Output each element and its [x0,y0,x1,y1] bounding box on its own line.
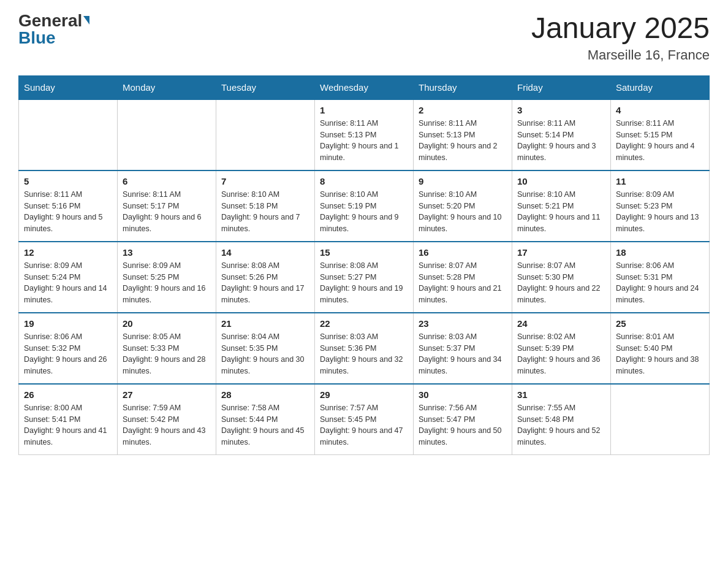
day-number: 22 [320,318,408,329]
day-number: 3 [517,105,605,115]
calendar-day-cell: 18Sunrise: 8:06 AMSunset: 5:31 PMDayligh… [611,242,710,313]
calendar-header-row: SundayMondayTuesdayWednesdayThursdayFrid… [19,75,710,99]
calendar-week-row: 5Sunrise: 8:11 AMSunset: 5:16 PMDaylight… [19,170,710,242]
day-info: Sunrise: 7:57 AMSunset: 5:45 PMDaylight:… [320,402,408,448]
day-info: Sunrise: 7:56 AMSunset: 5:47 PMDaylight:… [419,402,507,448]
logo: General Blue [18,12,89,47]
day-info: Sunrise: 8:02 AMSunset: 5:39 PMDaylight:… [517,331,605,377]
calendar-table: SundayMondayTuesdayWednesdayThursdayFrid… [18,75,710,455]
day-info: Sunrise: 8:05 AMSunset: 5:33 PMDaylight:… [123,331,211,377]
day-number: 12 [24,247,112,258]
calendar-day-cell [118,99,216,170]
day-of-week-header: Sunday [19,75,118,99]
logo-arrow-icon [83,16,89,25]
day-number: 18 [616,247,704,258]
calendar-day-cell: 26Sunrise: 8:00 AMSunset: 5:41 PMDayligh… [19,384,118,455]
day-info: Sunrise: 8:11 AMSunset: 5:14 PMDaylight:… [517,118,605,164]
day-number: 30 [419,389,507,400]
day-info: Sunrise: 8:01 AMSunset: 5:40 PMDaylight:… [616,331,704,377]
day-info: Sunrise: 8:00 AMSunset: 5:41 PMDaylight:… [24,402,112,448]
day-number: 29 [320,389,408,400]
calendar-day-cell: 22Sunrise: 8:03 AMSunset: 5:36 PMDayligh… [315,313,414,384]
calendar-day-cell: 12Sunrise: 8:09 AMSunset: 5:24 PMDayligh… [19,242,118,313]
day-info: Sunrise: 8:11 AMSunset: 5:13 PMDaylight:… [320,118,408,164]
day-number: 7 [221,176,309,186]
day-number: 8 [320,176,408,186]
day-info: Sunrise: 8:11 AMSunset: 5:15 PMDaylight:… [616,118,704,164]
calendar-day-cell: 31Sunrise: 7:55 AMSunset: 5:48 PMDayligh… [512,384,611,455]
day-of-week-header: Thursday [414,75,512,99]
logo-general-text: General [18,12,89,29]
day-info: Sunrise: 8:09 AMSunset: 5:23 PMDaylight:… [616,189,704,235]
calendar-day-cell: 2Sunrise: 8:11 AMSunset: 5:13 PMDaylight… [414,99,512,170]
day-info: Sunrise: 8:11 AMSunset: 5:16 PMDaylight:… [24,189,112,235]
calendar-day-cell: 1Sunrise: 8:11 AMSunset: 5:13 PMDaylight… [315,99,414,170]
day-info: Sunrise: 8:11 AMSunset: 5:13 PMDaylight:… [419,118,507,164]
calendar-day-cell: 13Sunrise: 8:09 AMSunset: 5:25 PMDayligh… [118,242,216,313]
calendar-day-cell [216,99,315,170]
day-number: 16 [419,247,507,258]
calendar-week-row: 19Sunrise: 8:06 AMSunset: 5:32 PMDayligh… [19,313,710,384]
day-info: Sunrise: 8:09 AMSunset: 5:24 PMDaylight:… [24,260,112,306]
calendar-week-row: 1Sunrise: 8:11 AMSunset: 5:13 PMDaylight… [19,99,710,170]
day-number: 13 [123,247,211,258]
day-number: 17 [517,247,605,258]
page-header: General Blue January 2025 Marseille 16, … [18,12,710,63]
day-number: 6 [123,176,211,186]
calendar-day-cell: 17Sunrise: 8:07 AMSunset: 5:30 PMDayligh… [512,242,611,313]
title-section: January 2025 Marseille 16, France [531,12,710,63]
calendar-day-cell: 16Sunrise: 8:07 AMSunset: 5:28 PMDayligh… [414,242,512,313]
day-number: 27 [123,389,211,400]
day-number: 20 [123,318,211,329]
day-number: 26 [24,389,112,400]
calendar-day-cell: 24Sunrise: 8:02 AMSunset: 5:39 PMDayligh… [512,313,611,384]
day-number: 19 [24,318,112,329]
calendar-day-cell: 28Sunrise: 7:58 AMSunset: 5:44 PMDayligh… [216,384,315,455]
logo-blue-text: Blue [18,29,56,47]
day-number: 24 [517,318,605,329]
calendar-day-cell: 7Sunrise: 8:10 AMSunset: 5:18 PMDaylight… [216,170,315,242]
day-info: Sunrise: 8:04 AMSunset: 5:35 PMDaylight:… [221,331,309,377]
day-number: 25 [616,318,704,329]
day-number: 31 [517,389,605,400]
day-info: Sunrise: 8:08 AMSunset: 5:26 PMDaylight:… [221,260,309,306]
day-number: 5 [24,176,112,186]
day-info: Sunrise: 8:10 AMSunset: 5:18 PMDaylight:… [221,189,309,235]
day-info: Sunrise: 8:03 AMSunset: 5:36 PMDaylight:… [320,331,408,377]
day-number: 23 [419,318,507,329]
calendar-day-cell: 23Sunrise: 8:03 AMSunset: 5:37 PMDayligh… [414,313,512,384]
calendar-day-cell: 9Sunrise: 8:10 AMSunset: 5:20 PMDaylight… [414,170,512,242]
day-number: 14 [221,247,309,258]
day-number: 21 [221,318,309,329]
day-number: 1 [320,105,408,115]
calendar-day-cell: 6Sunrise: 8:11 AMSunset: 5:17 PMDaylight… [118,170,216,242]
day-info: Sunrise: 8:09 AMSunset: 5:25 PMDaylight:… [123,260,211,306]
calendar-day-cell: 14Sunrise: 8:08 AMSunset: 5:26 PMDayligh… [216,242,315,313]
day-info: Sunrise: 8:11 AMSunset: 5:17 PMDaylight:… [123,189,211,235]
day-number: 2 [419,105,507,115]
calendar-week-row: 12Sunrise: 8:09 AMSunset: 5:24 PMDayligh… [19,242,710,313]
calendar-day-cell: 11Sunrise: 8:09 AMSunset: 5:23 PMDayligh… [611,170,710,242]
day-of-week-header: Monday [118,75,216,99]
day-number: 10 [517,176,605,186]
day-info: Sunrise: 8:06 AMSunset: 5:31 PMDaylight:… [616,260,704,306]
day-info: Sunrise: 8:10 AMSunset: 5:20 PMDaylight:… [419,189,507,235]
calendar-day-cell: 21Sunrise: 8:04 AMSunset: 5:35 PMDayligh… [216,313,315,384]
day-info: Sunrise: 8:10 AMSunset: 5:19 PMDaylight:… [320,189,408,235]
day-info: Sunrise: 7:55 AMSunset: 5:48 PMDaylight:… [517,402,605,448]
calendar-day-cell: 27Sunrise: 7:59 AMSunset: 5:42 PMDayligh… [118,384,216,455]
calendar-day-cell: 19Sunrise: 8:06 AMSunset: 5:32 PMDayligh… [19,313,118,384]
day-info: Sunrise: 8:06 AMSunset: 5:32 PMDaylight:… [24,331,112,377]
calendar-day-cell: 30Sunrise: 7:56 AMSunset: 5:47 PMDayligh… [414,384,512,455]
day-info: Sunrise: 8:10 AMSunset: 5:21 PMDaylight:… [517,189,605,235]
day-of-week-header: Wednesday [315,75,414,99]
day-info: Sunrise: 8:07 AMSunset: 5:28 PMDaylight:… [419,260,507,306]
calendar-day-cell: 25Sunrise: 8:01 AMSunset: 5:40 PMDayligh… [611,313,710,384]
day-info: Sunrise: 8:07 AMSunset: 5:30 PMDaylight:… [517,260,605,306]
calendar-day-cell: 5Sunrise: 8:11 AMSunset: 5:16 PMDaylight… [19,170,118,242]
day-number: 4 [616,105,704,115]
day-info: Sunrise: 7:59 AMSunset: 5:42 PMDaylight:… [123,402,211,448]
day-info: Sunrise: 8:03 AMSunset: 5:37 PMDaylight:… [419,331,507,377]
calendar-day-cell [611,384,710,455]
calendar-day-cell: 20Sunrise: 8:05 AMSunset: 5:33 PMDayligh… [118,313,216,384]
